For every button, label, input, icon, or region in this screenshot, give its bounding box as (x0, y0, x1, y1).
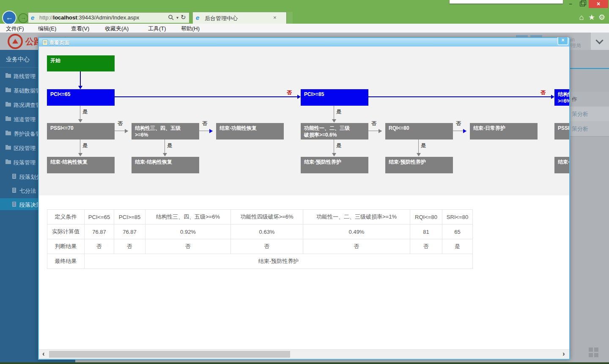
arrowhead (125, 129, 128, 133)
final-result-cell: 结束-预防性养护 (85, 254, 473, 269)
edge-label-no: 否 (202, 120, 207, 127)
flow-node-pci-ge85: PCI>=85 (301, 89, 368, 106)
tab-underline (570, 68, 609, 69)
arrowhead (463, 129, 466, 133)
table-row-computed: 实际计算值 76.87 76.87 0.92% 0.63% 0.49% 81 6… (47, 224, 473, 239)
edge-label-yes: 是 (421, 142, 426, 149)
settings-gear-icon[interactable]: ⚙ (597, 13, 606, 22)
arrowhead (379, 129, 382, 133)
sidebar-section-title: 业务中心 (6, 56, 30, 63)
arrowhead (332, 153, 336, 156)
folder-icon (5, 131, 11, 135)
arrow-line (334, 106, 334, 119)
menu-file[interactable]: 文件(F) (6, 25, 24, 33)
cell: 0.63% (231, 224, 303, 239)
window-restore-button[interactable] (576, 0, 588, 8)
cell: 否 (114, 239, 145, 254)
bg-col-header: 作 (570, 92, 609, 107)
cell: 结构性三、四、五级>=6% (145, 210, 231, 224)
folder-icon (5, 160, 11, 164)
edge-label-no: 否 (287, 89, 292, 96)
arrow-line (80, 140, 80, 153)
row-label: 定义条件 (47, 210, 85, 224)
edge-label-yes: 是 (336, 108, 341, 115)
address-bar[interactable]: e http://localhost:39443/Admin/Index.asp… (28, 12, 189, 23)
cell: 0.49% (303, 224, 410, 239)
scroll-right-icon[interactable]: › (562, 350, 565, 358)
page-icon (42, 40, 48, 45)
flowchart-area: 开始 PCI<=65 PCI>=85 结构性 >=6% PSSI<=70 结构性… (39, 47, 569, 195)
flow-node-structural-clipped: 结构性 >=6% (554, 89, 569, 106)
folder-icon (5, 74, 11, 78)
flow-node-pssi-le70: PSSI<=70 (47, 123, 115, 140)
table-row-final: 最终结果 结束-预防性养护 (47, 254, 473, 269)
flow-node-structural-345: 结构性三、四、五级 >=6% (132, 123, 199, 140)
arrowhead (297, 95, 301, 99)
cell: 否 (410, 239, 442, 254)
header-dropdown[interactable] (591, 33, 609, 50)
flow-node-end-functional-repair: 结束-功能性恢复 (216, 123, 284, 140)
favorites-star-icon[interactable]: ★ (587, 13, 596, 22)
arrow-line (368, 96, 551, 97)
bg-link-decision-analysis[interactable]: 策分析 (570, 121, 609, 137)
dialog-header[interactable]: 查看页面 × (39, 38, 569, 47)
arrowhead (551, 95, 554, 99)
forward-button[interactable]: → (18, 13, 28, 23)
cell: PCI>=85 (114, 210, 145, 224)
row-label: 最终结果 (47, 254, 85, 269)
document-icon (12, 188, 16, 193)
window-close-button[interactable]: × (589, 0, 608, 8)
restore-icon (580, 2, 585, 6)
cell: PCI<=65 (85, 210, 114, 224)
ie-icon: e (196, 14, 203, 21)
bg-link-decision-analysis[interactable]: 策分析 (570, 107, 609, 122)
screen: – × ← → e http://localhost:39443/Admin/I… (0, 0, 609, 364)
menu-tools[interactable]: 工具(T) (148, 25, 166, 33)
back-button[interactable]: ← (2, 11, 16, 25)
flow-node-end-structural-repair: 结束-结构性恢复 (132, 157, 199, 173)
scroll-left-icon[interactable]: ‹ (42, 350, 45, 358)
cell: 功能性一、二、三级破损率>=1% (303, 210, 410, 224)
cell: 否 (231, 239, 303, 254)
arrowhead (417, 153, 421, 156)
home-icon[interactable]: ⌂ (577, 13, 586, 22)
folder-icon (5, 146, 11, 150)
app-logo-core (12, 39, 18, 44)
flow-node-end-preventive: 结束-预防性养护 (385, 157, 453, 173)
url-text: http://localhost:39443/Admin/Index.aspx (39, 14, 139, 21)
edge-label-no: 否 (118, 120, 123, 127)
menu-edit[interactable]: 编辑(E) (38, 25, 56, 33)
menu-favorites[interactable]: 收藏夹(A) (105, 25, 129, 33)
browser-tab[interactable]: e 后台管理中心 × (192, 12, 287, 24)
edge-label-no: 否 (371, 120, 376, 127)
refresh-button[interactable]: ↻ (181, 14, 186, 21)
search-caret-icon[interactable]: ▾ (176, 15, 178, 20)
arrow-line (80, 71, 81, 86)
new-tab-button[interactable] (286, 12, 293, 24)
cell: 81 (410, 224, 442, 239)
dialog-body: 开始 PCI<=65 PCI>=85 结构性 >=6% PSSI<=70 结构性… (39, 47, 569, 359)
dialog-close-button[interactable]: × (557, 37, 568, 45)
flow-node-start: 开始 (47, 55, 115, 71)
search-icon[interactable] (168, 14, 174, 22)
flow-node-end-preventive: 结束-预防性养护 (301, 157, 368, 173)
scrollbar-thumb[interactable] (49, 351, 290, 358)
row-label: 判断结果 (47, 239, 85, 254)
menu-help[interactable]: 帮助(H) (181, 25, 200, 33)
ie-icon: e (31, 14, 38, 21)
table-row-conditions: 定义条件 PCI<=65 PCI>=85 结构性三、四、五级>=6% 功能性四级… (47, 210, 473, 224)
arrow-line (418, 140, 419, 153)
horizontal-scrollbar[interactable]: ‹ › (39, 349, 569, 359)
grid-squares-icon[interactable] (589, 348, 598, 357)
arrow-line (334, 140, 334, 153)
tab-close-icon[interactable]: × (273, 14, 277, 21)
edge-label-no: 否 (540, 89, 546, 96)
flow-node-pssi-clipped: PSSI< (554, 123, 569, 140)
window-bottom-border (0, 362, 609, 364)
decision-table: 定义条件 PCI<=65 PCI>=85 结构性三、四、五级>=6% 功能性四级… (47, 209, 473, 269)
view-page-dialog: 查看页面 × 开始 PCI<=65 PCI>=85 结构性 >=6% PSSI<… (38, 37, 570, 360)
menu-view[interactable]: 查看(V) (71, 25, 89, 33)
flow-node-end-structural-repair: 结束-结构性恢复 (47, 157, 115, 173)
cell: 否 (145, 239, 231, 254)
window-minimize-button[interactable]: – (565, 0, 576, 8)
